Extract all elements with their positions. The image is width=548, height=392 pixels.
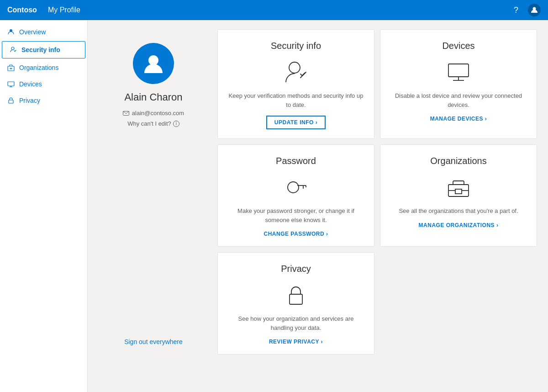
sidebar-item-devices-label: Devices [19, 80, 42, 88]
svg-point-10 [148, 55, 158, 65]
devices-card-icon [445, 58, 472, 86]
sidebar-item-organizations[interactable]: Organizations [0, 59, 87, 76]
sidebar-item-privacy-label: Privacy [19, 97, 40, 104]
privacy-card-desc: See how your organization and services a… [227, 314, 365, 332]
organizations-card: Organizations See all the organizations … [380, 144, 537, 247]
profile-email: alain@contoso.com [123, 110, 184, 117]
security-info-icon [10, 46, 17, 53]
manage-devices-link[interactable]: MANAGE DEVICES › [430, 116, 487, 122]
main-layout: Overview Security info Or [0, 20, 548, 392]
info-icon: i [173, 121, 179, 127]
change-password-link[interactable]: CHANGE PASSWORD › [264, 231, 328, 237]
topnav-right: ? [510, 4, 541, 16]
devices-card-desc: Disable a lost device and review your co… [390, 91, 527, 109]
svg-rect-25 [290, 294, 302, 304]
password-card: Password Make your password stronger, or… [217, 144, 374, 247]
organizations-icon [7, 64, 15, 71]
sidebar-item-security-info[interactable]: Security info [2, 41, 85, 58]
password-card-icon [282, 174, 310, 201]
svg-line-13 [302, 73, 305, 76]
devices-icon [7, 80, 15, 88]
main-content: Alain Charon alain@contoso.com Why can't… [88, 20, 548, 392]
privacy-card: Privacy See how your organization and se… [217, 252, 374, 355]
privacy-card-icon [282, 281, 310, 309]
devices-card: Devices Disable a lost device and review… [380, 29, 537, 139]
brand-name: Contoso [7, 6, 37, 14]
sidebar-item-privacy[interactable]: Privacy [0, 92, 87, 109]
sidebar-item-devices[interactable]: Devices [0, 76, 87, 92]
overview-icon [7, 28, 15, 36]
password-card-desc: Make your password stronger, or change i… [227, 207, 365, 224]
sign-out-link[interactable]: Sign out everywhere [124, 311, 183, 355]
help-icon[interactable]: ? [510, 4, 522, 16]
svg-rect-22 [455, 189, 462, 194]
privacy-icon [7, 97, 15, 104]
security-info-card: Security info Keep your verification met… [217, 29, 374, 139]
content-grid: Alain Charon alain@contoso.com Why can't… [99, 29, 537, 355]
email-text: alain@contoso.com [132, 110, 184, 117]
devices-card-title: Devices [442, 41, 474, 51]
security-info-card-icon [282, 58, 310, 86]
page-title: My Profile [48, 6, 80, 14]
security-info-card-desc: Keep your verification methods and secur… [227, 91, 365, 109]
top-navigation: Contoso My Profile ? [0, 0, 548, 20]
topnav-left: Contoso My Profile [7, 6, 80, 14]
manage-organizations-link[interactable]: MANAGE ORGANIZATIONS › [419, 222, 499, 228]
profile-name: Alain Charon [124, 91, 182, 103]
privacy-card-title: Privacy [281, 264, 311, 274]
sidebar-item-overview[interactable]: Overview [0, 24, 87, 40]
organizations-card-title: Organizations [430, 156, 486, 166]
sidebar-item-security-label: Security info [21, 46, 60, 53]
user-avatar[interactable] [528, 4, 541, 16]
review-privacy-link[interactable]: REVIEW PRIVACY › [269, 339, 323, 345]
cards-area: Security info Keep your verification met… [217, 29, 537, 355]
update-info-button[interactable]: UPDATE INFO › [266, 116, 326, 129]
svg-point-12 [289, 62, 300, 73]
svg-rect-9 [9, 100, 13, 103]
svg-point-2 [11, 47, 14, 50]
profile-panel: Alain Charon alain@contoso.com Why can't… [99, 29, 208, 355]
sidebar-item-overview-label: Overview [19, 28, 46, 36]
organizations-card-desc: See all the organizations that you're a … [399, 207, 518, 216]
sidebar: Overview Security info Or [0, 20, 88, 392]
cards-grid: Security info Keep your verification met… [217, 29, 537, 355]
why-cant-edit[interactable]: Why can't I edit? i [127, 120, 179, 127]
sidebar-item-organizations-label: Organizations [19, 64, 58, 71]
profile-avatar [133, 43, 174, 84]
password-card-title: Password [276, 156, 316, 166]
security-info-card-title: Security info [271, 41, 321, 51]
svg-point-17 [288, 182, 299, 193]
svg-rect-6 [8, 82, 14, 86]
svg-rect-14 [448, 64, 469, 77]
organizations-card-icon [445, 174, 472, 201]
